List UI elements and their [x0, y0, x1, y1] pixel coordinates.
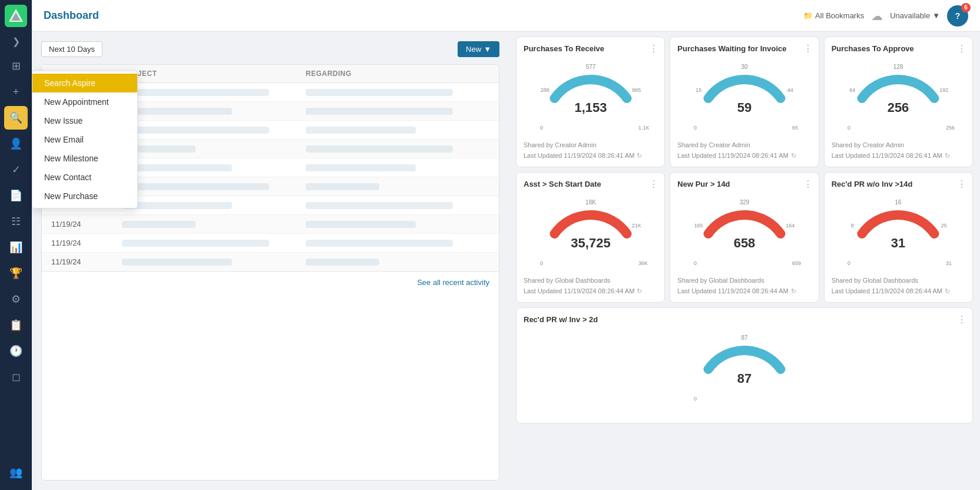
gauge-svg: 18K 21K 0 36K 35,725 [532, 194, 650, 271]
refresh-icon[interactable]: ↻ [945, 152, 950, 160]
gauge-svg: 87 0 87 [686, 330, 803, 406]
widget-updated: Last Updated 11/19/2024 08:26:44 AM ↻ [832, 287, 965, 295]
widget-menu-icon[interactable]: ⋮ [649, 178, 658, 190]
widget-title: New Pur > 14d [677, 180, 811, 190]
dashboard-widgets: Purchases To Receive ⋮ 577 288 865 0 1.1… [509, 32, 980, 490]
svg-text:35,725: 35,725 [571, 236, 610, 250]
cell-regarding-blur [306, 183, 379, 190]
widget-menu-icon[interactable]: ⋮ [957, 314, 966, 325]
svg-text:288: 288 [540, 87, 549, 92]
dropdown-item-search-aspire[interactable]: Search Aspire [32, 74, 137, 92]
page-title: Dashboard [44, 9, 99, 22]
sidebar-clock-icon[interactable]: 🕐 [4, 339, 28, 363]
sidebar-box-icon[interactable]: ◻ [4, 365, 28, 389]
svg-text:36K: 36K [638, 260, 648, 266]
table-row[interactable]: 11/19/24 [42, 253, 499, 272]
svg-text:25: 25 [941, 222, 947, 228]
widget-title: Purchases To Receive [524, 44, 657, 54]
table-row[interactable]: 11/19/24 [42, 234, 499, 253]
svg-text:16: 16 [895, 199, 902, 206]
cell-subject-blur [122, 221, 196, 228]
widget-menu-icon[interactable]: ⋮ [803, 178, 813, 190]
svg-text:865: 865 [632, 87, 641, 92]
cell-regarding-blur [306, 240, 453, 247]
sidebar-list-icon[interactable]: 📋 [4, 313, 28, 337]
dropdown-item-new-contact[interactable]: New Contact [32, 168, 137, 187]
new-item-dropdown: Search Aspire New Appointment New Issue … [32, 71, 138, 208]
sidebar-search-icon[interactable]: 🔍 [4, 106, 28, 130]
dropdown-item-new-appointment[interactable]: New Appointment [32, 92, 137, 111]
cell-date: 11/19/24 [51, 239, 122, 247]
widget-title: Rec'd PR w/o Inv >14d [832, 180, 965, 190]
widget-title: Purchases Waiting for Invoice [677, 44, 811, 54]
dropdown-item-new-issue[interactable]: New Issue [32, 111, 137, 130]
refresh-icon[interactable]: ↻ [637, 287, 642, 295]
sidebar-settings-icon[interactable]: ⚙ [4, 287, 28, 311]
cell-subject-blur [122, 183, 269, 190]
widget-menu-icon[interactable]: ⋮ [957, 43, 966, 54]
gauge-container: 16 8 25 0 31 31 [832, 192, 965, 273]
svg-text:0: 0 [847, 260, 850, 266]
svg-text:329: 329 [740, 199, 750, 206]
sidebar: ❯ ⊞ + 🔍 👤 ✓ 📄 ☷ 📊 🏆 ⚙ 📋 🕐 ◻ 👥 [0, 0, 32, 490]
svg-text:8: 8 [851, 222, 854, 228]
sidebar-trophy-icon[interactable]: 🏆 [4, 261, 28, 285]
refresh-icon[interactable]: ↻ [791, 287, 796, 295]
gauge-container: 30 15 44 0 65 59 [677, 57, 811, 138]
folder-icon: 📁 [803, 11, 813, 20]
col-regarding: REGARDING [306, 69, 489, 78]
sidebar-expand-button[interactable]: ❯ [4, 34, 28, 48]
widget-menu-icon[interactable]: ⋮ [649, 43, 658, 54]
svg-text:0: 0 [540, 260, 543, 266]
updated-text: Last Updated 11/19/2024 08:26:41 AM [677, 152, 788, 159]
cell-subject-blur [122, 259, 232, 266]
refresh-icon[interactable]: ↻ [945, 287, 950, 295]
sidebar-person-icon[interactable]: 👤 [4, 132, 28, 155]
app-logo[interactable] [5, 5, 27, 27]
table-row[interactable]: 11/19/24 [42, 215, 499, 234]
widget-updated: Last Updated 11/19/2024 08:26:41 AM ↻ [832, 152, 965, 160]
sidebar-user-icon[interactable]: 👥 [4, 461, 28, 484]
widget-updated: Last Updated 11/19/2024 08:26:41 AM ↻ [524, 152, 657, 160]
see-all-link[interactable]: See all recent activity [42, 272, 499, 293]
next10-button[interactable]: Next 10 Days [41, 41, 102, 57]
svg-text:30: 30 [741, 64, 748, 70]
gauge-container: 128 64 192 0 256 256 [832, 57, 965, 138]
widget-footer: Shared by Global Dashboards [677, 277, 811, 284]
widget-title: Asst > Sch Start Date [524, 180, 657, 190]
sidebar-check-icon[interactable]: ✓ [4, 158, 28, 181]
all-bookmarks-link[interactable]: 📁 All Bookmarks [803, 11, 864, 20]
svg-text:256: 256 [888, 100, 909, 115]
shared-by: Shared by Global Dashboards [677, 277, 764, 284]
widget-purchases-to-receive: Purchases To Receive ⋮ 577 288 865 0 1.1… [516, 37, 665, 167]
panel-header: Next 10 Days New ▼ [41, 41, 499, 57]
dropdown-item-new-purchase[interactable]: New Purchase [32, 187, 137, 206]
updated-text: Last Updated 11/19/2024 08:26:44 AM [524, 287, 634, 294]
widget-recd-pr-wo-inv-14d: Rec'd PR w/o Inv >14d ⋮ 16 8 25 0 31 31 … [824, 172, 973, 303]
widget-menu-icon[interactable]: ⋮ [803, 43, 813, 54]
gauge-container: 87 0 87 [524, 327, 965, 409]
sidebar-plus-icon[interactable]: + [4, 80, 28, 104]
sidebar-grid-icon[interactable]: ⊞ [4, 54, 28, 78]
dropdown-item-new-milestone[interactable]: New Milestone [32, 149, 137, 168]
sidebar-document-icon[interactable]: 📄 [4, 184, 28, 207]
svg-text:0: 0 [694, 260, 697, 266]
svg-text:0: 0 [694, 396, 697, 402]
widget-footer: Shared by Creator Admin [832, 141, 965, 148]
new-button[interactable]: New ▼ [458, 41, 499, 57]
refresh-icon[interactable]: ↻ [637, 152, 642, 160]
shared-by: Shared by Global Dashboards [832, 277, 918, 284]
svg-text:15: 15 [696, 87, 701, 92]
dropdown-item-new-email[interactable]: New Email [32, 130, 137, 149]
svg-text:128: 128 [893, 64, 903, 70]
avatar[interactable]: ? 6 [947, 5, 968, 27]
cell-date: 11/19/24 [51, 257, 122, 266]
refresh-icon[interactable]: ↻ [791, 152, 796, 160]
widget-menu-icon[interactable]: ⋮ [957, 178, 966, 190]
main-area: Dashboard 📁 All Bookmarks ☁ Unavailable … [32, 0, 980, 490]
sidebar-chart-icon[interactable]: 📊 [4, 236, 28, 259]
widget-recd-pr-w-inv-2d: Rec'd PR w/ Inv > 2d ⋮ 87 0 87 [516, 307, 973, 423]
status-badge[interactable]: Unavailable ▼ [890, 11, 940, 20]
svg-text:1.1K: 1.1K [638, 125, 650, 131]
sidebar-grid2-icon[interactable]: ☷ [4, 210, 28, 233]
